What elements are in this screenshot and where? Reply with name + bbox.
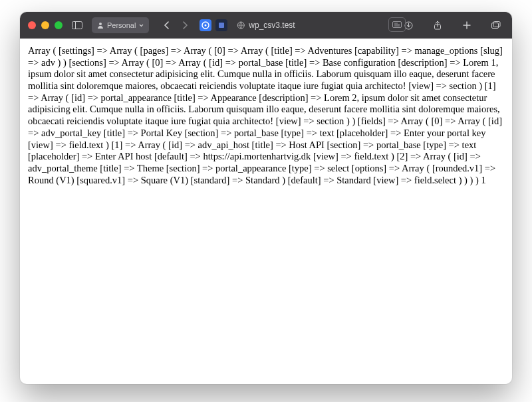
- sidebar-toggle-button[interactable]: [69, 17, 85, 33]
- forward-button[interactable]: [177, 17, 193, 33]
- address-text: wp_csv3.test: [249, 21, 295, 30]
- extensions-group: [200, 19, 227, 31]
- window-controls: [28, 21, 63, 29]
- svg-rect-5: [219, 23, 224, 28]
- svg-point-2: [99, 23, 102, 25]
- nav-arrows: [156, 17, 193, 33]
- share-button[interactable]: [430, 17, 446, 33]
- titlebar-left-group: Personal: [28, 17, 227, 33]
- close-window-button[interactable]: [28, 21, 36, 29]
- new-tab-button[interactable]: [459, 17, 475, 33]
- svg-rect-13: [492, 23, 499, 29]
- globe-icon: [237, 21, 245, 29]
- php-array-dump: Array ( [settings] => Array ( [pages] =>…: [28, 45, 503, 185]
- minimize-window-button[interactable]: [41, 21, 49, 29]
- address-bar[interactable]: wp_csv3.test: [237, 21, 295, 30]
- tabs-overview-button[interactable]: [488, 17, 504, 33]
- profile-label: Personal: [107, 21, 136, 29]
- fullscreen-window-button[interactable]: [55, 21, 63, 29]
- extension-icon-1[interactable]: [200, 19, 211, 31]
- extension-icon-2[interactable]: [215, 19, 227, 31]
- back-button[interactable]: [158, 17, 174, 33]
- svg-rect-14: [493, 22, 500, 27]
- svg-rect-0: [72, 22, 82, 29]
- reader-mode-button[interactable]: [388, 17, 406, 32]
- chevron-down-icon: [139, 24, 144, 27]
- profile-switcher-button[interactable]: Personal: [92, 17, 149, 33]
- titlebar-right-group: [394, 17, 504, 33]
- person-icon: [97, 22, 104, 29]
- svg-point-4: [205, 25, 207, 27]
- page-content: Array ( [settings] => Array ( [pages] =>…: [20, 39, 512, 384]
- browser-window: Personal: [20, 12, 512, 384]
- titlebar: Personal: [20, 12, 512, 39]
